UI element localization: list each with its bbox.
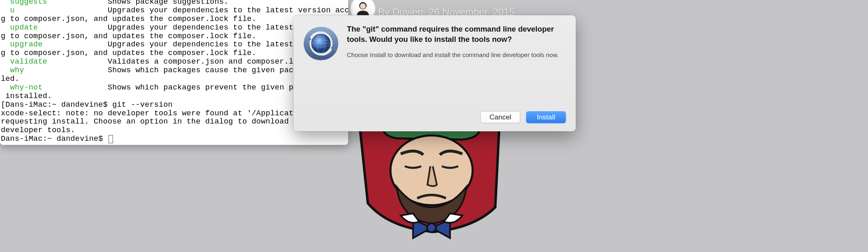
decorative-illustration bbox=[351, 125, 508, 248]
install-button[interactable]: Install bbox=[526, 111, 566, 123]
dialog-message: Choose Install to download and install t… bbox=[347, 50, 566, 60]
cancel-button[interactable]: Cancel bbox=[480, 111, 520, 123]
svg-point-1 bbox=[360, 3, 366, 9]
dialog-heading: The "git" command requires the command l… bbox=[347, 24, 566, 45]
install-tools-dialog: The "git" command requires the command l… bbox=[293, 15, 576, 131]
software-update-icon bbox=[303, 26, 339, 61]
svg-point-3 bbox=[427, 223, 436, 232]
dialog-button-row: Cancel Install bbox=[303, 111, 566, 123]
